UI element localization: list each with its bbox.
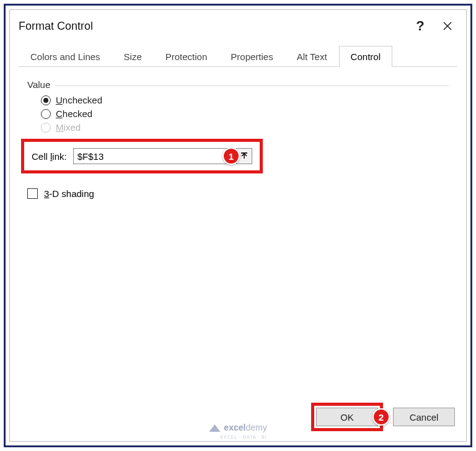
group-divider — [55, 85, 449, 86]
value-radio-group: Unchecked Checked Mixed — [27, 95, 449, 133]
tab-control[interactable]: Control — [339, 46, 392, 67]
cell-link-input[interactable] — [73, 148, 231, 164]
watermark-icon — [209, 423, 220, 432]
tab-bar: Colors and Lines Size Protection Propert… — [10, 42, 466, 67]
titlebar: Format Control ? — [10, 10, 466, 42]
radio-icon — [41, 123, 51, 133]
collapse-dialog-icon — [240, 152, 248, 160]
cell-link-highlight: Cell link: 1 — [21, 139, 263, 173]
radio-icon — [41, 109, 51, 119]
tab-properties[interactable]: Properties — [219, 46, 284, 67]
cancel-button[interactable]: Cancel — [393, 408, 455, 426]
annotation-badge-1: 1 — [223, 147, 240, 165]
format-control-dialog: Format Control ? Colors and Lines Size P… — [9, 9, 467, 442]
ok-button[interactable]: OK — [316, 408, 378, 426]
dialog-footer: exceldemy EXCEL · DATA · BI OK 2 Cancel — [10, 396, 466, 441]
radio-icon — [41, 95, 51, 105]
radio-label: Unchecked — [56, 95, 102, 105]
tab-content: Value Unchecked Checked Mixed — [10, 67, 466, 396]
tab-size[interactable]: Size — [112, 46, 154, 67]
radio-label: Mixed — [56, 122, 81, 133]
tab-alt-text[interactable]: Alt Text — [285, 46, 339, 67]
close-icon[interactable] — [434, 14, 461, 38]
radio-unchecked[interactable]: Unchecked — [41, 95, 449, 105]
cell-link-label: Cell link: — [32, 151, 67, 162]
dialog-title: Format Control — [19, 20, 407, 33]
checkbox-3d-shading[interactable]: 3-D shading — [27, 188, 449, 199]
checkbox-icon — [27, 188, 38, 199]
value-group-label: Value — [27, 79, 449, 90]
radio-mixed: Mixed — [41, 122, 449, 133]
value-label-text: Value — [27, 79, 50, 90]
checkbox-label: 3-D shading — [44, 188, 94, 199]
ok-button-highlight: OK 2 — [311, 403, 383, 431]
watermark: exceldemy EXCEL · DATA · BI — [209, 423, 267, 432]
annotation-badge-2: 2 — [372, 408, 390, 426]
tab-colors-and-lines[interactable]: Colors and Lines — [19, 46, 112, 67]
help-icon[interactable]: ? — [407, 14, 434, 38]
tab-protection[interactable]: Protection — [154, 46, 219, 67]
radio-label: Checked — [56, 108, 92, 119]
radio-checked[interactable]: Checked — [41, 108, 449, 119]
